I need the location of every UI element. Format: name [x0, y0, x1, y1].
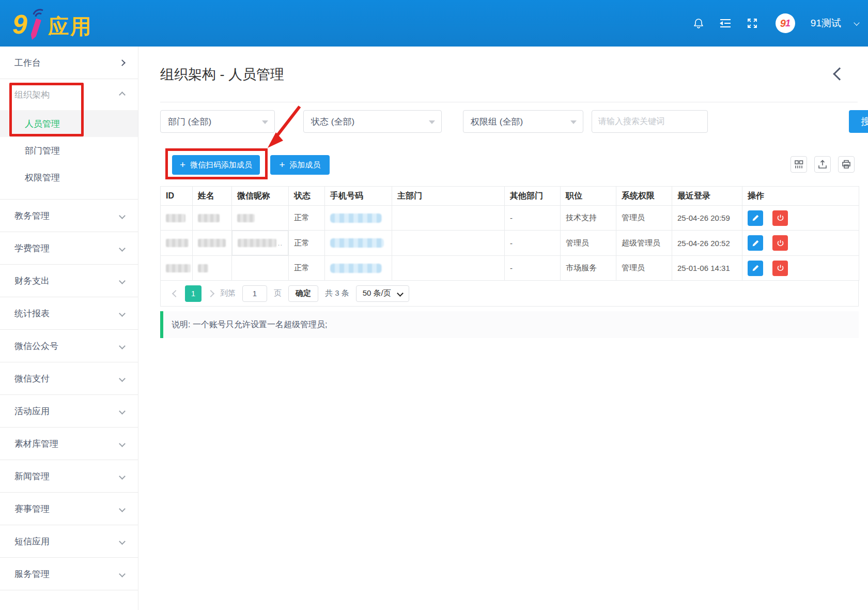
prev-page-icon[interactable] [172, 289, 179, 297]
permission-group-select[interactable]: 权限组 (全部) [463, 110, 583, 133]
col-name: 姓名 [193, 187, 232, 206]
chevron-down-icon [119, 538, 126, 545]
col-wechat-nickname: 微信昵称 [232, 187, 289, 206]
status-badge: 正常 [289, 256, 325, 281]
caret-down-icon [429, 120, 435, 124]
disable-button[interactable] [772, 235, 788, 251]
sidebar-item-personnel-management[interactable]: 人员管理 [0, 110, 138, 137]
department-select-value: 部门 (全部) [168, 116, 211, 128]
sidebar-item-label: 人员管理 [25, 118, 60, 130]
sidebar-item-label: 微信支付 [14, 373, 50, 385]
permission-cell: 管理员 [616, 256, 672, 281]
position-cell: 管理员 [561, 231, 616, 256]
sidebar-item-tuition-management[interactable]: 学费管理 [0, 232, 138, 264]
chevron-down-icon [119, 343, 126, 349]
edit-button[interactable] [748, 235, 763, 251]
redacted-phone [330, 264, 382, 273]
edit-button[interactable] [748, 210, 763, 226]
people-table: ID 姓名 微信昵称 状态 手机号码 主部门 其他部门 职位 系统权限 最近登录… [160, 186, 859, 307]
nickname-cell [232, 256, 289, 281]
status-badge: 正常 [289, 206, 325, 231]
redacted-phone [330, 238, 384, 248]
chevron-down-icon [119, 571, 126, 577]
goto-confirm-button[interactable]: 确定 [288, 285, 318, 302]
note-text: 说明: 一个账号只允许设置一名超级管理员; [172, 319, 327, 330]
print-button[interactable] [838, 156, 855, 173]
wechat-scan-add-member-button[interactable]: + 微信扫码添加成员 [172, 155, 260, 175]
sidebar-item-label: 组织架构 [14, 89, 50, 101]
status-select-value: 状态 (全部) [311, 116, 354, 128]
sidebar-group-organization[interactable]: 组织架构 [0, 79, 138, 110]
last-login-cell: 25-04-26 20:59 [672, 206, 742, 231]
app-logo[interactable]: 9 应用 [12, 5, 92, 41]
collapse-panel-icon[interactable] [833, 67, 846, 80]
chevron-down-icon [119, 278, 126, 284]
next-page-icon[interactable] [207, 289, 214, 297]
chevron-down-icon [119, 408, 126, 415]
sidebar-item-material-library[interactable]: 素材库管理 [0, 428, 138, 460]
sidebar-item-activity-app[interactable]: 活动应用 [0, 395, 138, 427]
sidebar-item-finance-expense[interactable]: 财务支出 [0, 265, 138, 297]
chevron-right-icon [119, 59, 126, 66]
edit-button[interactable] [748, 261, 763, 276]
sidebar-item-label: 新闻管理 [14, 470, 50, 482]
col-status: 状态 [289, 187, 325, 206]
logo-text: 应用 [48, 11, 92, 41]
user-menu-chevron-icon[interactable] [854, 20, 859, 25]
sidebar-item-sms-app[interactable]: 短信应用 [0, 525, 138, 557]
sidebar-item-wechat-official[interactable]: 微信公众号 [0, 330, 138, 362]
other-department-cell: - [505, 256, 561, 281]
main-department-cell [392, 231, 505, 256]
collapse-sidebar-icon[interactable] [719, 17, 732, 30]
chevron-down-icon [119, 212, 126, 219]
goto-page-input[interactable] [242, 285, 267, 302]
total-count-label: 共 3 条 [325, 288, 349, 298]
chevron-down-icon [119, 440, 126, 447]
sidebar-item-label: 统计报表 [14, 308, 50, 319]
col-other-department: 其他部门 [505, 187, 561, 206]
user-avatar[interactable]: 91 [776, 13, 795, 33]
sidebar-item-workbench[interactable]: 工作台 [0, 47, 138, 79]
search-input[interactable] [592, 110, 708, 133]
position-cell: 市场服务 [561, 256, 616, 281]
search-button[interactable]: 搜索 [849, 110, 868, 133]
sidebar-item-label: 财务支出 [14, 275, 50, 287]
col-actions: 操作 [742, 187, 859, 206]
permission-group-select-value: 权限组 (全部) [471, 116, 523, 128]
redacted-phone [330, 213, 382, 223]
page-size-select[interactable]: 50 条/页 [356, 285, 409, 302]
sidebar-item-label: 短信应用 [14, 536, 50, 547]
sidebar-item-wechat-pay[interactable]: 微信支付 [0, 362, 138, 394]
disable-button[interactable] [772, 261, 788, 276]
table-row: .. 正常 - 管理员 超级管理员 25-04-26 20:52 [161, 231, 859, 256]
col-phone: 手机号码 [325, 187, 392, 206]
sidebar-item-permission-management[interactable]: 权限管理 [0, 164, 138, 191]
page-1-button[interactable]: 1 [185, 285, 202, 302]
sidebar-item-academic-management[interactable]: 教务管理 [0, 200, 138, 232]
col-position: 职位 [561, 187, 616, 206]
department-select[interactable]: 部门 (全部) [160, 110, 275, 133]
status-select[interactable]: 状态 (全部) [303, 110, 442, 133]
disable-button[interactable] [772, 210, 788, 226]
user-name[interactable]: 91测试 [811, 17, 841, 30]
sidebar-item-department-management[interactable]: 部门管理 [0, 137, 138, 164]
add-member-button[interactable]: + 添加成员 [270, 155, 330, 175]
permission-cell: 管理员 [616, 206, 672, 231]
main-department-cell [392, 206, 505, 231]
export-button[interactable] [814, 156, 831, 173]
bell-icon[interactable] [692, 17, 705, 30]
export-icon [817, 159, 828, 170]
sidebar-item-competition-management[interactable]: 赛事管理 [0, 493, 138, 525]
sidebar-item-service-management[interactable]: 服务管理 [0, 558, 138, 590]
sidebar-item-statistics-report[interactable]: 统计报表 [0, 297, 138, 329]
column-display-button[interactable] [791, 156, 807, 173]
fullscreen-icon[interactable] [746, 17, 759, 30]
sidebar-item-news-management[interactable]: 新闻管理 [0, 460, 138, 492]
sidebar-item-label: 赛事管理 [14, 503, 50, 515]
redacted-nickname [238, 239, 276, 247]
logo-pencil-icon [27, 10, 45, 41]
status-badge: 正常 [289, 231, 325, 256]
table-row: 正常 - 市场服务 管理员 25-01-06 14:31 [161, 256, 859, 281]
redacted-name [198, 264, 208, 272]
pagination-bar: 1 到第 页 确定 共 3 条 50 条/页 [160, 281, 859, 307]
